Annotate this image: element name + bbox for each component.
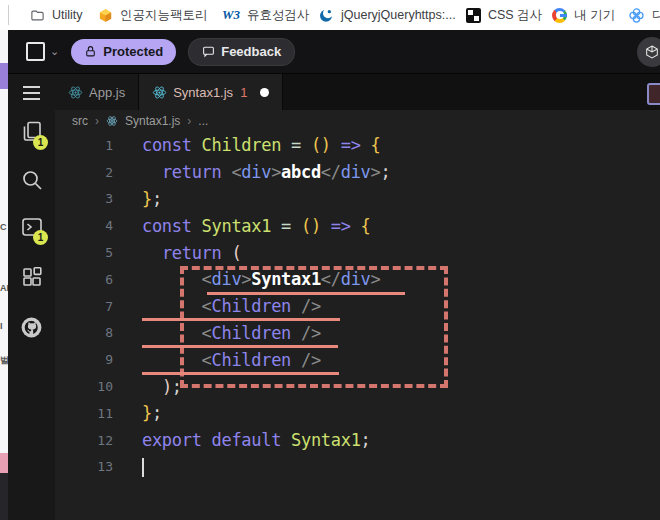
hamburger-icon (23, 86, 40, 100)
terminal-button[interactable]: 1 (8, 208, 55, 246)
code-line[interactable]: 11}; (55, 400, 660, 427)
code-line[interactable]: 8 <Children /> (55, 320, 660, 347)
bookmark-my-devices[interactable]: 내 기기 (552, 0, 615, 30)
line-number: 13 (55, 459, 113, 474)
bookmark-clipped[interactable]: 디 (628, 0, 660, 30)
code-line[interactable]: 4const Syntax1 = () => { (55, 212, 660, 239)
code-token (142, 296, 202, 316)
code-token: () (311, 135, 331, 155)
code-editor-window: ⌄ Protected Feedback 1 (8, 30, 660, 520)
w3c-icon: W3 (222, 7, 240, 23)
line-number: 1 (55, 138, 113, 153)
code-line[interactable]: 1const Children = () => { (55, 132, 660, 159)
protected-label: Protected (103, 44, 163, 59)
extensions-button[interactable] (8, 258, 55, 296)
sliver-text: C (0, 222, 7, 232)
breadcrumb-file[interactable]: Syntax1.js (125, 114, 180, 128)
code-line[interactable]: 10 ); (55, 373, 660, 400)
bookmark-css-check[interactable]: CSS 검사 (466, 0, 542, 30)
code-text (142, 457, 144, 477)
sliver-text: I (0, 321, 3, 331)
bookmark-label: 인공지능팩토리 (120, 7, 208, 24)
cube-icon (98, 8, 113, 23)
code-text: return ( (142, 243, 241, 263)
code-line[interactable]: 3}; (55, 186, 660, 213)
code-token: ; (361, 430, 371, 450)
code-token: Children (202, 135, 281, 155)
line-number: 2 (55, 165, 113, 180)
code-token: () (301, 216, 321, 236)
github-icon (19, 315, 44, 340)
search-icon (20, 168, 44, 192)
code-token: => (321, 216, 361, 236)
breadcrumb-symbol[interactable]: ... (198, 114, 208, 128)
text-cursor (142, 458, 144, 477)
line-number: 6 (55, 272, 113, 287)
tab-syntax1-js[interactable]: Syntax1.js 1 (139, 74, 283, 110)
code-text: return <div>abcd</div>; (142, 162, 390, 182)
window-bar: ⌄ Protected Feedback (8, 30, 660, 74)
sliver-text: AP (0, 283, 8, 293)
code-line[interactable]: 12export default Syntax1; (55, 427, 660, 454)
editor-column: App.js Syntax1.js 1 src › Syntax1.js (55, 74, 660, 520)
bookmark-label: jQueryjQueryhttps:... (341, 8, 456, 22)
feedback-label: Feedback (221, 44, 281, 59)
code-token: /> (301, 323, 321, 343)
extensions-icon (20, 265, 44, 289)
code-token: div (341, 162, 371, 182)
code-token: < (202, 296, 212, 316)
bookmark-validator[interactable]: W3 유효성검사 (222, 0, 310, 30)
explorer-button[interactable]: 1 (8, 113, 55, 151)
code-text: export default Syntax1; (142, 430, 371, 450)
code-editor[interactable]: 1const Children = () => {2 return <div>a… (55, 132, 660, 520)
code-token: < (202, 269, 212, 289)
feedback-button[interactable]: Feedback (188, 38, 295, 66)
bookmark-utility[interactable]: Utility (30, 0, 83, 30)
code-text: const Children = () => { (142, 135, 380, 155)
code-token: return (162, 162, 232, 182)
breadcrumb-src[interactable]: src (72, 114, 88, 128)
background-page-sliver: C AP I 벌 (0, 30, 8, 520)
tab-app-js[interactable]: App.js (55, 74, 139, 110)
code-token (291, 323, 301, 343)
line-number: 10 (55, 379, 113, 394)
code-text: }; (142, 189, 162, 209)
line-number: 12 (55, 433, 113, 448)
activity-bar: 1 1 (8, 74, 55, 520)
code-text: <Children /> (142, 350, 321, 370)
code-token: Children (212, 350, 291, 370)
line-number: 8 (55, 325, 113, 340)
menu-button[interactable] (8, 74, 55, 112)
tab-problem-count: 1 (240, 85, 247, 100)
code-text: <div>Syntax1</div> (142, 269, 380, 289)
code-token: const (142, 135, 202, 155)
code-line[interactable]: 2 return <div>abcd</div>; (55, 159, 660, 186)
code-token: abcd (281, 162, 321, 182)
search-button[interactable] (8, 161, 55, 199)
line-number: 4 (55, 218, 113, 233)
code-token: Syntax1 (202, 216, 272, 236)
code-line[interactable]: 5 return ( (55, 239, 660, 266)
editor-action-icon-partial[interactable] (647, 83, 660, 105)
code-line[interactable]: 9 <Children /> (55, 346, 660, 373)
code-token (291, 350, 301, 370)
bookmark-jquery[interactable]: jQueryjQueryhttps:... (318, 0, 456, 30)
code-token: { (361, 216, 371, 236)
google-icon (552, 8, 567, 23)
github-button[interactable] (8, 308, 55, 346)
bookmark-aifactory[interactable]: 인공지능팩토리 (98, 0, 208, 30)
code-token: return (162, 243, 232, 263)
code-line[interactable]: 6 <div>Syntax1</div> (55, 266, 660, 293)
protected-badge[interactable]: Protected (71, 39, 176, 65)
package-button[interactable] (637, 37, 660, 67)
code-token: </ (321, 162, 341, 182)
code-token: { (371, 135, 381, 155)
select-tool-button[interactable]: ⌄ (26, 42, 59, 61)
code-line[interactable]: 7 <Children /> (55, 293, 660, 320)
code-token: div (341, 269, 371, 289)
code-token: < (202, 350, 212, 370)
code-line[interactable]: 13 (55, 454, 660, 481)
sliver-dark-block (0, 473, 8, 520)
modified-dot[interactable] (260, 88, 269, 97)
code-token: = (271, 216, 301, 236)
